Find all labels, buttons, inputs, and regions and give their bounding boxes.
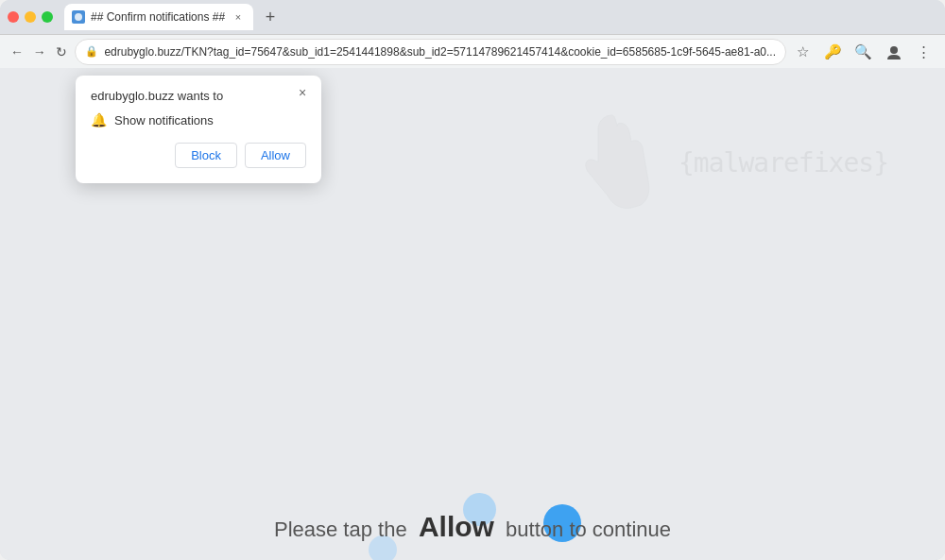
tab-bar: ## Confirm notifications ## × + (64, 4, 937, 30)
allow-button[interactable]: Allow (245, 143, 306, 168)
active-tab[interactable]: ## Confirm notifications ## × (64, 4, 253, 30)
lock-icon: 🔒 (85, 45, 98, 58)
password-icon[interactable]: 🔑 (820, 39, 847, 65)
block-button[interactable]: Block (175, 143, 237, 168)
notification-popup: × edrubyglo.buzz wants to 🔔 Show notific… (76, 76, 321, 183)
bottom-text-suffix: button to continue (506, 518, 671, 541)
search-icon[interactable]: 🔍 (850, 39, 877, 65)
watermark: {malwarefixes} (556, 106, 888, 219)
page-content: {malwarefixes} Please tap the Allow butt… (0, 68, 945, 560)
forward-button[interactable]: → (30, 39, 49, 65)
title-bar: ## Confirm notifications ## × + (0, 0, 945, 34)
svg-point-0 (75, 13, 82, 21)
bottom-text-prefix: Please tap the (274, 518, 407, 541)
toolbar-icons: ☆ 🔑 🔍 ⋮ (790, 39, 937, 65)
refresh-button[interactable]: ↻ (53, 39, 72, 65)
url-text: edrubyglo.buzz/TKN?tag_id=75647&sub_id1=… (104, 45, 776, 59)
maximize-button[interactable] (42, 11, 53, 23)
tab-title: ## Confirm notifications ## (91, 10, 225, 24)
tab-favicon (72, 10, 85, 24)
popup-buttons: Block Allow (91, 143, 306, 168)
svg-point-1 (890, 46, 898, 54)
back-button[interactable]: ← (8, 39, 26, 65)
permission-text: Show notifications (114, 113, 214, 127)
menu-icon[interactable]: ⋮ (911, 39, 937, 65)
bottom-text-strong: Allow (419, 511, 494, 542)
traffic-lights (8, 11, 53, 23)
close-button[interactable] (8, 11, 19, 23)
bottom-text: Please tap the Allow button to continue (0, 511, 945, 543)
tab-close-button[interactable]: × (231, 9, 246, 25)
popup-title: edrubyglo.buzz wants to (91, 89, 306, 103)
popup-permission: 🔔 Show notifications (91, 112, 306, 127)
bell-icon: 🔔 (91, 112, 107, 127)
address-bar: ← → ↻ 🔒 edrubyglo.buzz/TKN?tag_id=75647&… (0, 34, 945, 68)
url-bar[interactable]: 🔒 edrubyglo.buzz/TKN?tag_id=75647&sub_id… (75, 39, 786, 65)
popup-close-button[interactable]: × (293, 83, 312, 102)
watermark-text: {malwarefixes} (679, 147, 888, 178)
new-tab-button[interactable]: + (257, 4, 284, 30)
minimize-button[interactable] (25, 11, 36, 23)
bookmark-icon[interactable]: ☆ (790, 39, 816, 65)
browser-window: ## Confirm notifications ## × + ← → ↻ 🔒 … (0, 0, 945, 560)
hand-watermark-icon (556, 106, 669, 219)
profile-icon[interactable] (881, 39, 907, 65)
